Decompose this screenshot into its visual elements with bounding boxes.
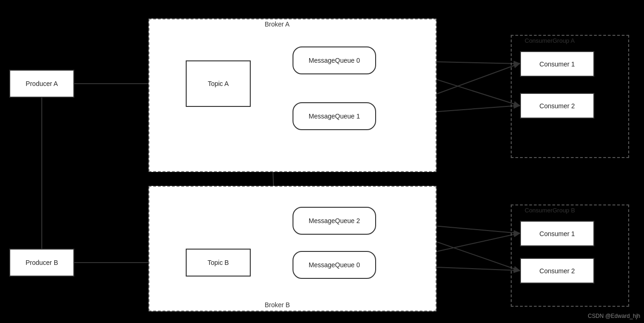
mq2b-label: MessageQueue 2 — [309, 217, 360, 224]
consumer-group-b-label: ConsumerGroup B — [525, 207, 575, 214]
topic-b: Topic B — [186, 249, 251, 277]
topic-a: Topic A — [186, 60, 251, 107]
cgb-consumer1-label: Consumer 1 — [540, 230, 575, 237]
broker-a-label: Broker A — [265, 20, 290, 28]
cgb-consumer-2: Consumer 2 — [520, 258, 594, 283]
cga-consumer2-label: Consumer 2 — [540, 102, 575, 110]
message-queue-1a: MessageQueue 1 — [293, 102, 376, 130]
message-queue-0b: MessageQueue 0 — [293, 251, 376, 279]
topic-b-label: Topic B — [208, 259, 229, 266]
producer-b: Producer B — [9, 249, 74, 277]
message-queue-2b: MessageQueue 2 — [293, 207, 376, 235]
consumer-group-b-box — [511, 204, 629, 307]
cga-consumer-1: Consumer 1 — [520, 51, 594, 77]
cgb-consumer-1: Consumer 1 — [520, 221, 594, 246]
mq0b-label: MessageQueue 0 — [309, 261, 360, 269]
consumer-group-a-label: ConsumerGroup A — [525, 37, 575, 44]
producer-a: Producer A — [9, 70, 74, 98]
cga-consumer-2: Consumer 2 — [520, 93, 594, 119]
mq0a-label: MessageQueue 0 — [309, 57, 360, 64]
cga-consumer1-label: Consumer 1 — [540, 60, 575, 68]
mq1a-label: MessageQueue 1 — [309, 112, 360, 120]
producer-b-label: Producer B — [26, 259, 58, 266]
producer-a-label: Producer A — [26, 80, 58, 87]
cgb-consumer2-label: Consumer 2 — [540, 267, 575, 275]
topic-a-label: Topic A — [208, 80, 228, 87]
message-queue-0a: MessageQueue 0 — [293, 46, 376, 74]
broker-b-label: Broker B — [265, 301, 290, 309]
watermark: CSDN @Edward_hjh — [588, 313, 640, 319]
diagram: Broker A Broker B Producer A Producer B … — [0, 0, 644, 323]
